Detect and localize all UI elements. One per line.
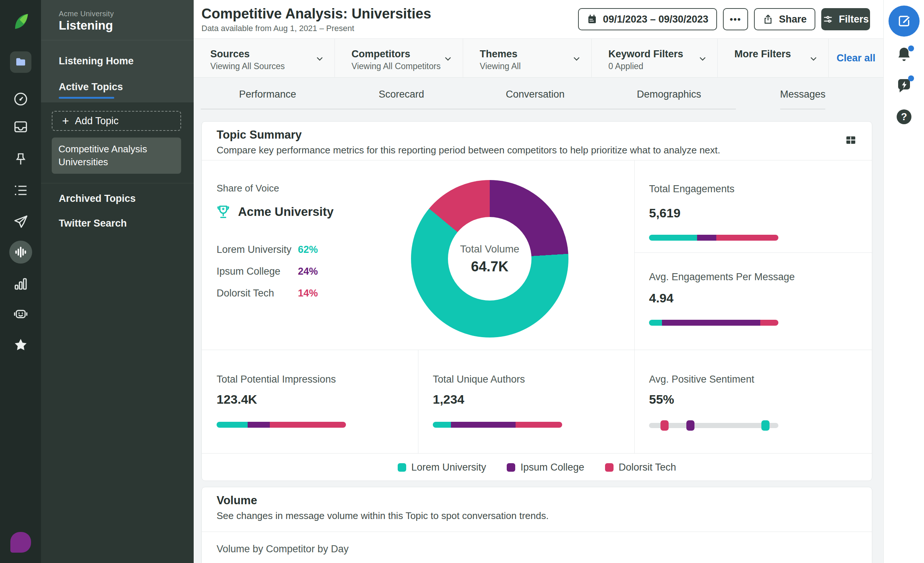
active-tab-underline [59,97,114,99]
sov-row: Dolorsit Tech 14% [217,288,339,299]
metric-label: Total Engagements [649,183,734,195]
sliders-icon [822,14,834,25]
sidebar-item-listening-home[interactable]: Listening Home [59,56,134,67]
notification-badge [908,45,914,51]
legend-label: Dolorsit Tech [619,462,676,473]
sentiment-marker [761,420,770,431]
page-subtitle: Data available from Aug 1, 2021 – Presen… [201,24,354,33]
sidebar-item-topic-selected[interactable]: Competitive Analysis Universities [52,138,181,174]
help-button[interactable]: ? [884,110,924,124]
metric-value: 5,619 [649,206,680,220]
tab-demographics[interactable]: Demographics [602,78,736,111]
share-of-voice-leader: Acme University [215,204,334,220]
avatar-leaf-icon [10,532,31,552]
sov-row: Lorem University 62% [217,244,339,255]
profile-avatar[interactable] [0,531,41,553]
chevron-down-icon [315,54,325,64]
topbar: Competitive Analysis: Universities Data … [194,0,884,39]
tab-messages[interactable]: Messages [736,78,870,111]
notifications-button[interactable] [884,45,924,63]
sentiment-track [649,423,778,428]
filter-competitors[interactable]: Competitors Viewing All Competitors [335,39,463,78]
sidebar-item-reviews[interactable] [0,336,41,353]
sidebar-item-folders[interactable] [0,51,41,73]
metric-value: 123.4K [217,392,257,407]
folder-icon [15,56,27,68]
legend-item: Ipsum College [507,462,584,473]
filter-sources[interactable]: Sources Viewing All Sources [194,39,335,78]
sidebar-item-reports[interactable] [0,275,41,293]
bar-segment [716,235,778,241]
legend-item: Lorem University [398,462,486,473]
stacked-bar-total-engagements [649,235,778,241]
more-actions-button[interactable]: ••• [723,8,748,30]
clear-all-link[interactable]: Clear all [829,39,884,78]
tab-scorecard[interactable]: Scorecard [334,78,468,111]
compose-button[interactable] [884,6,924,37]
date-range-button[interactable]: 09/1/2023 – 09/30/2023 [578,8,717,30]
compose-icon [897,14,911,29]
sidebar-item-pinned[interactable] [0,151,41,168]
chevron-down-icon [443,54,453,64]
competitor-share: 14% [298,288,318,299]
list-icon [13,182,29,198]
donut-center-label: Total Volume [460,243,519,255]
add-topic-button[interactable]: + Add Topic [52,111,181,131]
competitor-share: 24% [298,266,318,277]
bar-segment [433,422,451,428]
table-view-icon[interactable] [845,134,857,146]
metric-value: 4.94 [649,291,674,305]
metric-label: Total Potential Impressions [217,374,336,385]
feedback-badge [908,75,914,81]
sidebar-item-twitter-search[interactable]: Twitter Search [59,218,127,229]
pin-icon [13,152,28,167]
volume-section-label: Volume by Competitor by Day [217,543,348,555]
filter-bar: Sources Viewing All Sources Competitors … [194,39,884,78]
sidebar-item-listening[interactable] [0,241,41,264]
trophy-icon [215,204,231,220]
date-range-label: 09/1/2023 – 09/30/2023 [603,14,708,25]
metric-label: Avg. Positive Sentiment [649,374,754,385]
sentiment-marker [686,420,694,431]
sidebar-item-dashboard[interactable] [0,90,41,108]
chart-legend: Lorem University Ipsum College Dolorsit … [202,453,872,481]
filters-button[interactable]: Filters [821,8,870,30]
card-title: Topic Summary [217,128,302,141]
tab-conversation[interactable]: Conversation [468,78,602,111]
feedback-button[interactable] [884,77,924,95]
page-title: Competitive Analysis: Universities [201,6,431,22]
donut-center-value: 64.7K [471,259,508,275]
sidebar-item-automation[interactable] [0,305,41,322]
bar-segment [217,422,248,428]
share-icon [762,14,774,25]
legend-swatch [398,463,406,472]
bar-segment [649,235,697,241]
bar-segment [760,320,778,326]
sidebar-item-publishing[interactable] [0,213,41,230]
tab-performance[interactable]: Performance [201,78,334,111]
sprout-logo-icon[interactable] [0,11,41,33]
filter-keyword-filters[interactable]: Keyword Filters 0 Applied [592,39,718,78]
legend-item: Dolorsit Tech [605,462,676,473]
stacked-bar-unique-authors [433,422,562,428]
card-description: See changes in message volume within thi… [217,510,549,522]
sidebar-item-inbox[interactable] [0,118,41,135]
share-label: Share [779,14,807,25]
share-button[interactable]: Share [754,8,815,30]
share-of-voice-label: Share of Voice [217,183,279,194]
robot-icon [13,306,29,322]
gauge-icon [13,91,29,107]
sidebar-item-active-topics[interactable]: Active Topics [59,81,123,93]
product-title: Listening [59,18,113,33]
share-of-voice-donut-chart[interactable]: Total Volume 64.7K [411,180,568,338]
sidebar-item-tasks[interactable] [0,182,41,199]
sentiment-marker [660,420,669,431]
competitor-name: Lorem University [217,244,292,255]
metric-value: 55% [649,392,674,407]
chevron-down-icon [808,54,819,64]
filter-more-filters[interactable]: More Filters [718,39,829,78]
sidebar-item-archived-topics[interactable]: Archived Topics [59,193,136,204]
filter-themes[interactable]: Themes Viewing All [463,39,592,78]
inbox-icon [13,119,29,135]
app-root: Acme University Listening Listening Home… [0,0,924,563]
